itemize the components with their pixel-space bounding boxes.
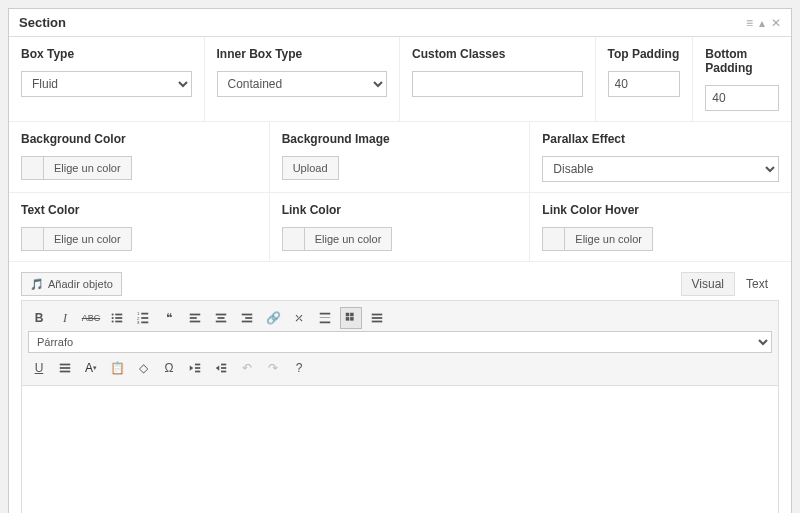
- svg-rect-22: [320, 317, 331, 318]
- paste-icon[interactable]: 📋: [106, 357, 128, 379]
- row-2: Background Color Elige un color Backgrou…: [9, 122, 791, 193]
- label-custom-classes: Custom Classes: [412, 47, 583, 61]
- svg-rect-3: [115, 317, 122, 319]
- tab-text[interactable]: Text: [735, 272, 779, 296]
- media-icon: 🎵: [30, 278, 44, 291]
- button-link-color[interactable]: Elige un color: [304, 227, 393, 251]
- svg-rect-16: [218, 317, 225, 319]
- outdent-icon[interactable]: [184, 357, 206, 379]
- button-link-hover[interactable]: Elige un color: [564, 227, 653, 251]
- svg-rect-25: [350, 313, 354, 317]
- undo-icon[interactable]: ↶: [236, 357, 258, 379]
- row-3: Text Color Elige un color Link Color Eli…: [9, 193, 791, 262]
- align-center-icon[interactable]: [210, 307, 232, 329]
- justify-icon[interactable]: [54, 357, 76, 379]
- input-top-padding[interactable]: [608, 71, 681, 97]
- svg-rect-15: [216, 314, 227, 316]
- underline-icon[interactable]: U: [28, 357, 50, 379]
- label-bottom-padding: Bottom Padding: [705, 47, 779, 75]
- svg-rect-20: [242, 321, 253, 323]
- section-panel: Section ≡ ▴ ✕ Box Type Fluid Inner Box T…: [8, 8, 792, 513]
- swatch-text-color: [21, 227, 43, 251]
- svg-point-4: [112, 320, 114, 322]
- button-upload[interactable]: Upload: [282, 156, 339, 180]
- svg-rect-39: [221, 371, 226, 373]
- svg-rect-29: [372, 317, 383, 319]
- close-icon[interactable]: ✕: [771, 16, 781, 30]
- link-icon[interactable]: 🔗: [262, 307, 284, 329]
- align-left-icon[interactable]: [184, 307, 206, 329]
- svg-rect-32: [60, 367, 71, 369]
- input-custom-classes[interactable]: [412, 71, 583, 97]
- strikethrough-icon[interactable]: ABC: [80, 307, 102, 329]
- button-bg-color[interactable]: Elige un color: [43, 156, 132, 180]
- format-select[interactable]: Párrafo: [28, 331, 772, 353]
- editor-area: 🎵 Añadir objeto Visual Text B I ABC 123 …: [9, 262, 791, 513]
- input-bottom-padding[interactable]: [705, 85, 779, 111]
- text-color-icon[interactable]: A▾: [80, 357, 102, 379]
- label-bg-image: Background Image: [282, 132, 518, 146]
- section-header: Section ≡ ▴ ✕: [9, 9, 791, 37]
- label-top-padding: Top Padding: [608, 47, 681, 61]
- svg-rect-26: [346, 317, 350, 321]
- cell-link-hover: Link Color Hover Elige un color: [530, 193, 791, 262]
- swatch-link-hover: [542, 227, 564, 251]
- special-char-icon[interactable]: Ω: [158, 357, 180, 379]
- cell-inner-box-type: Inner Box Type Contained: [205, 37, 401, 122]
- indent-icon[interactable]: [210, 357, 232, 379]
- select-parallax[interactable]: Disable: [542, 156, 779, 182]
- editor-toolbar: B I ABC 123 ❝ 🔗 ⤫ Párrafo U A▾ 📋: [21, 300, 779, 386]
- toolbar-row-1: B I ABC 123 ❝ 🔗 ⤫: [28, 307, 772, 329]
- cell-bottom-padding: Bottom Padding: [693, 37, 791, 122]
- button-text-color[interactable]: Elige un color: [43, 227, 132, 251]
- svg-rect-34: [195, 364, 200, 366]
- label-link-color: Link Color: [282, 203, 518, 217]
- cell-text-color: Text Color Elige un color: [9, 193, 270, 262]
- label-bg-color: Background Color: [21, 132, 257, 146]
- svg-rect-30: [372, 321, 383, 323]
- svg-rect-19: [245, 317, 252, 319]
- unlink-icon[interactable]: ⤫: [288, 307, 310, 329]
- svg-rect-17: [216, 321, 227, 323]
- swatch-bg-color: [21, 156, 43, 180]
- svg-rect-12: [190, 314, 201, 316]
- help-icon[interactable]: ?: [288, 357, 310, 379]
- tab-visual[interactable]: Visual: [681, 272, 735, 296]
- svg-rect-21: [320, 313, 331, 315]
- svg-rect-13: [190, 317, 197, 319]
- label-text-color: Text Color: [21, 203, 257, 217]
- svg-rect-27: [350, 317, 354, 321]
- bullet-list-icon[interactable]: [106, 307, 128, 329]
- select-inner-box-type[interactable]: Contained: [217, 71, 388, 97]
- quote-icon[interactable]: ❝: [158, 307, 180, 329]
- toolbar-row-2: Párrafo U A▾ 📋 ◇ Ω ↶ ↷ ?: [28, 331, 772, 379]
- number-list-icon[interactable]: 123: [132, 307, 154, 329]
- select-box-type[interactable]: Fluid: [21, 71, 192, 97]
- align-right-icon[interactable]: [236, 307, 258, 329]
- svg-rect-9: [141, 317, 148, 319]
- editor-top: 🎵 Añadir objeto Visual Text: [21, 272, 779, 296]
- svg-text:3: 3: [137, 320, 140, 325]
- bold-icon[interactable]: B: [28, 307, 50, 329]
- svg-rect-14: [190, 321, 201, 323]
- add-media-button[interactable]: 🎵 Añadir objeto: [21, 272, 122, 296]
- cell-link-color: Link Color Elige un color: [270, 193, 531, 262]
- editor-content[interactable]: [21, 386, 779, 513]
- svg-rect-5: [115, 321, 122, 323]
- read-more-icon[interactable]: [314, 307, 336, 329]
- label-link-hover: Link Color Hover: [542, 203, 779, 217]
- fullscreen-icon[interactable]: [366, 307, 388, 329]
- header-actions: ≡ ▴ ✕: [746, 16, 781, 30]
- clear-format-icon[interactable]: ◇: [132, 357, 154, 379]
- svg-rect-31: [60, 364, 71, 366]
- svg-rect-24: [346, 313, 350, 317]
- redo-icon[interactable]: ↷: [262, 357, 284, 379]
- svg-rect-38: [221, 367, 226, 369]
- menu-icon[interactable]: ≡: [746, 16, 753, 30]
- label-parallax: Parallax Effect: [542, 132, 779, 146]
- cell-parallax: Parallax Effect Disable: [530, 122, 791, 193]
- collapse-icon[interactable]: ▴: [759, 16, 765, 30]
- italic-icon[interactable]: I: [54, 307, 76, 329]
- cell-top-padding: Top Padding: [596, 37, 694, 122]
- toolbar-toggle-icon[interactable]: [340, 307, 362, 329]
